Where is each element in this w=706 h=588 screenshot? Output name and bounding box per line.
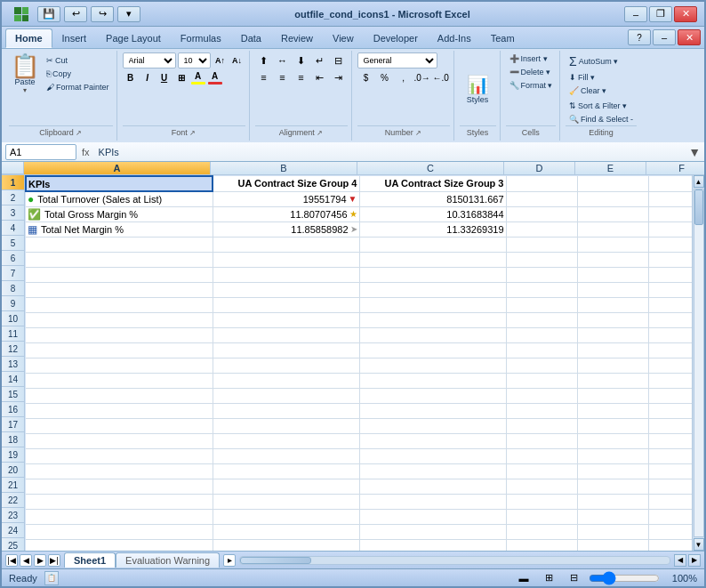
tab-insert[interactable]: Insert [52, 28, 97, 48]
h-scroll-thumb[interactable] [240, 557, 311, 564]
cell-d5[interactable] [506, 237, 577, 252]
decrease-font-btn[interactable]: A↓ [229, 52, 245, 68]
cell-f2[interactable] [648, 191, 692, 206]
border-btn[interactable]: ⊞ [173, 69, 189, 85]
row-num-22[interactable]: 22 [2, 493, 24, 508]
sheet-nav-first[interactable]: |◀ [5, 554, 18, 567]
cell-d3[interactable] [506, 206, 577, 222]
row-num-9[interactable]: 9 [2, 296, 24, 311]
sort-filter-btn[interactable]: ⇅Sort & Filter ▾ [566, 100, 637, 112]
align-left-btn[interactable]: ≡ [255, 69, 273, 85]
align-middle-btn[interactable]: ↔ [274, 52, 292, 68]
bold-btn[interactable]: B [123, 69, 139, 85]
format-btn[interactable]: 🔧Format▾ [506, 79, 557, 92]
align-top-btn[interactable]: ⬆ [255, 52, 273, 68]
cell-c2[interactable]: 8150131.667 [359, 191, 506, 206]
align-center-btn[interactable]: ≡ [274, 69, 292, 85]
indent-dec-btn[interactable]: ⇤ [311, 69, 329, 85]
name-box[interactable] [5, 144, 76, 160]
scroll-thumb[interactable] [694, 189, 703, 225]
wrap-text-btn[interactable]: ↵ [311, 52, 329, 68]
cell-c1[interactable]: UA Contract Size Group 3 [359, 176, 506, 191]
col-header-a[interactable]: A [24, 162, 211, 174]
normal-view-btn[interactable]: ▬ [514, 571, 534, 585]
font-size-select[interactable]: 10 [178, 52, 211, 68]
close-btn[interactable]: ✕ [674, 6, 697, 22]
cell-a5[interactable] [26, 237, 213, 252]
vertical-scrollbar[interactable]: ▲ ▼ [692, 175, 704, 551]
tab-review[interactable]: Review [271, 28, 323, 48]
cell-b3[interactable]: 11.80707456 ★ [213, 206, 359, 222]
col-header-f[interactable]: F [646, 162, 704, 174]
restore-btn[interactable]: ❐ [649, 6, 672, 22]
delete-btn[interactable]: ➖Delete ▾ [506, 66, 555, 78]
app-icon[interactable] [9, 2, 34, 27]
h-scroll-right-btn[interactable]: ▶ [688, 554, 701, 567]
row-num-25[interactable]: 25 [2, 538, 24, 551]
row-num-8[interactable]: 8 [2, 281, 24, 296]
row-num-19[interactable]: 19 [2, 447, 24, 463]
row-num-1[interactable]: 1 [2, 175, 24, 190]
cell-d1[interactable] [506, 176, 577, 191]
number-format-select[interactable]: General [357, 52, 437, 68]
cell-e5[interactable] [577, 237, 648, 252]
cell-c4[interactable]: 11.33269319 [359, 222, 506, 237]
tab-developer[interactable]: Developer [364, 28, 428, 48]
sheet-tab-add-btn[interactable]: ▸ [223, 554, 236, 567]
cell-c3[interactable]: 10.31683844 [359, 206, 506, 222]
sum-btn[interactable]: ΣAutoSum ▾ [566, 52, 622, 70]
row-num-2[interactable]: 2 [2, 190, 24, 205]
status-icon-btn[interactable]: 📋 [44, 571, 59, 585]
underline-btn[interactable]: U [156, 69, 172, 85]
row-num-13[interactable]: 13 [2, 357, 24, 372]
row-num-21[interactable]: 21 [2, 478, 24, 493]
cell-a4[interactable]: ▦ Total Net Margin % [26, 222, 213, 237]
fill-color-btn[interactable]: A [190, 69, 206, 85]
tab-add-ins[interactable]: Add-Ins [428, 28, 481, 48]
paste-btn[interactable]: 📋 Paste ▾ [9, 52, 41, 96]
tab-data[interactable]: Data [231, 28, 271, 48]
cell-a3[interactable]: ✅ Total Gross Margin % [26, 206, 213, 222]
workbook-close-btn[interactable]: ✕ [678, 29, 701, 45]
row-num-23[interactable]: 23 [2, 508, 24, 523]
cell-e4[interactable] [577, 222, 648, 237]
percent-btn[interactable]: % [376, 69, 394, 85]
increase-decimal-btn[interactable]: .0→ [413, 69, 431, 85]
col-header-b[interactable]: B [211, 162, 357, 174]
h-scroll-left-btn[interactable]: ◀ [674, 554, 686, 567]
sheet-tab-sheet1[interactable]: Sheet1 [64, 552, 116, 568]
cell-b5[interactable] [213, 237, 359, 252]
find-select-btn[interactable]: 🔍Find & Select - [566, 113, 637, 125]
quick-menu-btn[interactable]: ▾ [117, 6, 140, 22]
insert-btn[interactable]: ➕Insert ▾ [506, 52, 551, 65]
row-num-11[interactable]: 11 [2, 326, 24, 342]
cell-e3[interactable] [577, 206, 648, 222]
row-num-5[interactable]: 5 [2, 236, 24, 251]
page-layout-view-btn[interactable]: ⊞ [539, 571, 558, 585]
quick-undo-btn[interactable]: ↩ [64, 6, 87, 22]
cell-a1[interactable]: KPIs [26, 176, 213, 191]
decrease-decimal-btn[interactable]: ←.0 [432, 69, 450, 85]
format-painter-btn[interactable]: 🖌 Format Painter [43, 81, 113, 93]
col-header-e[interactable]: E [575, 162, 646, 174]
cell-e1[interactable] [577, 176, 648, 191]
cell-d4[interactable] [506, 222, 577, 237]
row-num-17[interactable]: 17 [2, 417, 24, 432]
cell-f1[interactable] [648, 176, 692, 191]
row-num-7[interactable]: 7 [2, 266, 24, 281]
sheet-tab-evaluation[interactable]: Evaluation Warning [116, 552, 220, 568]
sheet-nav-prev[interactable]: ◀ [20, 554, 32, 567]
cell-c5[interactable] [359, 237, 506, 252]
copy-btn[interactable]: ⎘ Copy [43, 68, 113, 80]
styles-btn[interactable]: 📊 Styles [461, 71, 493, 107]
help-btn[interactable]: ? [628, 29, 651, 45]
row-num-24[interactable]: 24 [2, 523, 24, 538]
italic-btn[interactable]: I [140, 69, 156, 85]
cell-b1[interactable]: UA Contract Size Group 4 [213, 176, 359, 191]
align-bottom-btn[interactable]: ⬇ [293, 52, 310, 68]
minimize-btn[interactable]: – [624, 6, 647, 22]
col-header-c[interactable]: C [357, 162, 504, 174]
quick-redo-btn[interactable]: ↪ [91, 6, 114, 22]
row-num-16[interactable]: 16 [2, 402, 24, 417]
row-num-4[interactable]: 4 [2, 221, 24, 236]
